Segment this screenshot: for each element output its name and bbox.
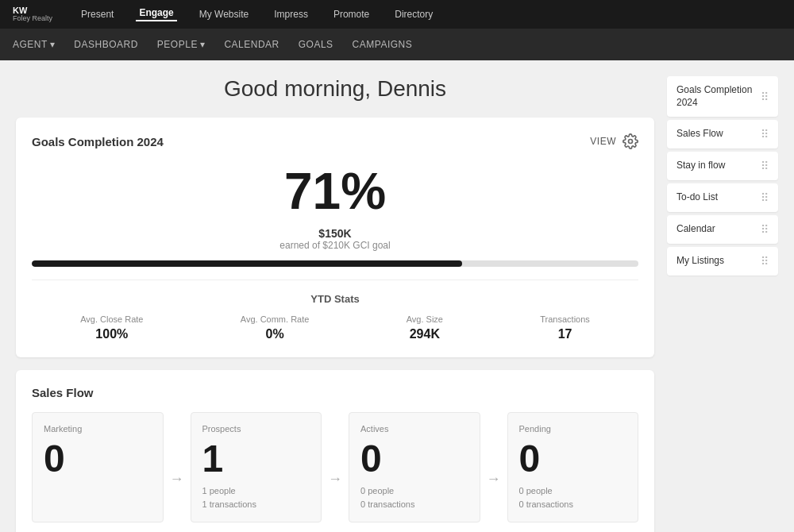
flow-pending-detail: 0 people 0 transactions xyxy=(519,484,627,511)
gci-info: $150K earned of $210K GCI goal xyxy=(32,227,638,251)
sidebar-widget-salesflow[interactable]: Sales Flow ⠿ xyxy=(667,120,778,148)
sidebar-goals-label: Goals Completion 2024 xyxy=(676,84,761,109)
sidebar-mylistings-label: My Listings xyxy=(676,255,724,268)
gci-amount: $150K xyxy=(32,227,638,240)
flow-prospects-number: 1 xyxy=(202,440,310,478)
sidebar-widget-calendar[interactable]: Calendar ⠿ xyxy=(667,215,778,244)
view-link[interactable]: VIEW xyxy=(590,136,616,147)
sub-nav-dashboard[interactable]: DASHBOARD xyxy=(74,39,138,50)
stat-close-rate: Avg. Close Rate 100% xyxy=(80,314,143,341)
sidebar-widget-mylistings[interactable]: My Listings ⠿ xyxy=(667,247,778,276)
top-nav-directory[interactable]: Directory xyxy=(391,9,436,20)
stats-row: Avg. Close Rate 100% Avg. Comm. Rate 0% … xyxy=(32,314,638,341)
drag-handle-goals[interactable]: ⠿ xyxy=(761,91,769,103)
top-nav-present[interactable]: Present xyxy=(78,9,117,20)
flow-prospects: Prospects 1 1 people 1 transactions xyxy=(191,412,322,522)
top-nav-mywebsite[interactable]: My Website xyxy=(196,9,252,20)
sidebar-stayinflow-label: Stay in flow xyxy=(676,160,725,172)
ytd-title: YTD Stats xyxy=(32,293,638,305)
top-nav-engage[interactable]: Engage xyxy=(136,7,176,21)
flow-actives: Actives 0 0 people 0 transactions xyxy=(349,412,480,522)
flow-actives-people: 0 people xyxy=(360,484,468,498)
stat-comm-rate-value: 0% xyxy=(241,327,310,341)
drag-handle-calendar[interactable]: ⠿ xyxy=(761,223,769,236)
flow-pending: Pending 0 0 people 0 transactions xyxy=(507,412,639,522)
drag-handle-mylistings[interactable]: ⠿ xyxy=(761,255,769,268)
logo: KW Foley Realty xyxy=(13,6,52,23)
right-sidebar: Goals Completion 2024 ⠿ Sales Flow ⠿ Sta… xyxy=(667,76,778,532)
gear-icon[interactable] xyxy=(622,133,638,149)
sales-flow-grid: Marketing 0 → Prospects 1 1 people 1 tra… xyxy=(32,412,638,522)
stat-avg-size-value: 294K xyxy=(407,327,443,341)
flow-prospects-transactions: 1 transactions xyxy=(202,498,310,511)
svg-point-0 xyxy=(629,140,633,144)
stat-close-rate-label: Avg. Close Rate xyxy=(80,314,143,324)
chevron-down-icon: ▾ xyxy=(50,39,56,50)
sales-flow-title: Sales Flow xyxy=(32,386,94,399)
flow-actives-transactions: 0 transactions xyxy=(360,498,468,511)
sidebar-widget-todolist[interactable]: To-do List ⠿ xyxy=(667,183,778,212)
greeting: Good morning, Dennis xyxy=(16,76,654,102)
stat-close-rate-value: 100% xyxy=(80,327,143,341)
sub-nav-agent[interactable]: AGENT ▾ xyxy=(13,39,55,50)
top-nav-promote[interactable]: Promote xyxy=(330,9,372,20)
flow-marketing: Marketing 0 xyxy=(32,412,164,522)
stat-transactions: Transactions 17 xyxy=(540,314,590,341)
stat-comm-rate-label: Avg. Comm. Rate xyxy=(241,314,310,324)
progress-bar xyxy=(32,260,638,267)
main-content: Good morning, Dennis Goals Completion 20… xyxy=(0,60,794,532)
logo-bottom: Foley Realty xyxy=(13,15,52,23)
sales-flow-card: Sales Flow Marketing 0 → Prospects 1 1 p… xyxy=(16,370,654,532)
flow-marketing-label: Marketing xyxy=(44,424,152,434)
progress-bar-fill xyxy=(32,260,462,267)
flow-actives-label: Actives xyxy=(360,424,468,434)
stat-transactions-label: Transactions xyxy=(540,314,590,324)
flow-actives-number: 0 xyxy=(360,440,468,478)
drag-handle-salesflow[interactable]: ⠿ xyxy=(761,128,769,141)
arrow-icon-2: → xyxy=(328,412,342,522)
sidebar-calendar-label: Calendar xyxy=(676,223,715,236)
goals-percent: 71% xyxy=(32,162,638,221)
stat-transactions-value: 17 xyxy=(540,327,590,341)
stat-avg-size-label: Avg. Size xyxy=(407,314,443,324)
ytd-stats: YTD Stats Avg. Close Rate 100% Avg. Comm… xyxy=(32,279,638,341)
flow-pending-transactions: 0 transactions xyxy=(519,498,627,511)
sub-nav-campaigns[interactable]: CAMPAIGNS xyxy=(353,39,413,50)
drag-handle-stayinflow[interactable]: ⠿ xyxy=(761,160,769,172)
flow-pending-label: Pending xyxy=(519,424,627,434)
sidebar-widget-stayinflow[interactable]: Stay in flow ⠿ xyxy=(667,152,778,180)
flow-prospects-people: 1 people xyxy=(202,484,310,498)
chevron-down-icon: ▾ xyxy=(200,39,206,50)
goals-completion-card: Goals Completion 2024 VIEW 71% $150K ear… xyxy=(16,118,654,357)
flow-actives-detail: 0 people 0 transactions xyxy=(360,484,468,511)
stat-avg-size: Avg. Size 294K xyxy=(407,314,443,341)
gci-label: earned of $210K GCI goal xyxy=(32,240,638,251)
arrow-icon-3: → xyxy=(487,412,501,522)
goals-card-header: Goals Completion 2024 VIEW xyxy=(32,133,638,149)
top-nav-impress[interactable]: Impress xyxy=(271,9,311,20)
flow-prospects-label: Prospects xyxy=(202,424,310,434)
stat-comm-rate: Avg. Comm. Rate 0% xyxy=(241,314,310,341)
goals-card-title: Goals Completion 2024 xyxy=(32,135,164,148)
flow-prospects-detail: 1 people 1 transactions xyxy=(202,484,310,511)
sidebar-salesflow-label: Sales Flow xyxy=(676,128,723,141)
sub-nav-goals[interactable]: GOALS xyxy=(299,39,333,50)
sidebar-widget-goals[interactable]: Goals Completion 2024 ⠿ xyxy=(667,76,778,117)
content-area: Good morning, Dennis Goals Completion 20… xyxy=(16,76,654,532)
sidebar-todolist-label: To-do List xyxy=(676,191,718,204)
arrow-icon-1: → xyxy=(170,412,184,522)
top-bar: KW Foley Realty Present Engage My Websit… xyxy=(0,0,794,29)
drag-handle-todolist[interactable]: ⠿ xyxy=(761,191,769,204)
sub-bar: AGENT ▾ DASHBOARD PEOPLE ▾ CALENDAR GOAL… xyxy=(0,29,794,60)
sub-nav-calendar[interactable]: CALENDAR xyxy=(224,39,279,50)
flow-pending-number: 0 xyxy=(519,440,627,478)
sub-nav-people[interactable]: PEOPLE ▾ xyxy=(157,39,206,50)
flow-pending-people: 0 people xyxy=(519,484,627,498)
flow-marketing-number: 0 xyxy=(44,440,152,478)
goals-card-actions: VIEW xyxy=(590,133,638,149)
sales-flow-header: Sales Flow xyxy=(32,386,638,399)
